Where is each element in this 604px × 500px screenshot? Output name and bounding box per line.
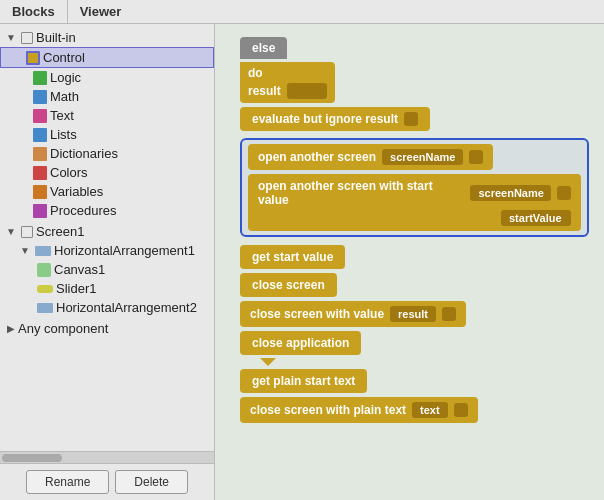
any-label: Any component [18,321,108,336]
ha2-label: HorizontalArrangement2 [56,300,197,315]
get-plain-start-label: get plain start text [252,374,355,388]
evaluate-block[interactable]: evaluate but ignore result [240,107,430,131]
tree-item-control[interactable]: Control [0,47,214,68]
app-header: Blocks Viewer [0,0,604,24]
open-screen-connector [469,150,483,164]
dictionaries-label: Dictionaries [50,146,118,161]
blocks-workspace: else do result evaluate but i [215,24,604,436]
variables-label: Variables [50,184,103,199]
close-screen-plain-connector [454,403,468,417]
toggle-any[interactable]: ▶ [4,322,18,336]
close-screen-block-row: close screen [240,273,589,297]
logic-label: Logic [50,70,81,85]
slider1-label: Slider1 [56,281,96,296]
panel-buttons: Rename Delete [0,463,214,500]
tree-item-ha1[interactable]: ▼ HorizontalArrangement1 [0,241,214,260]
open-screen-value-slot2: startValue [501,210,571,226]
open-screen-value-slot1: screenName [470,185,551,201]
tree-item-math[interactable]: Math [0,87,214,106]
close-screen-plain-block[interactable]: close screen with plain text text [240,397,478,423]
screen1-icon [21,226,33,238]
evaluate-slot [404,112,418,126]
get-start-block-row: get start value [240,245,589,269]
open-screen-block[interactable]: open another screen screenName [248,144,493,170]
close-screen-value-block[interactable]: close screen with value result [240,301,466,327]
procedures-icon [33,204,47,218]
dictionaries-icon [33,147,47,161]
viewer-panel: else do result evaluate but i [215,24,604,500]
result-slot [287,83,327,99]
get-plain-start-block[interactable]: get plain start text [240,369,367,393]
lists-icon [33,128,47,142]
tree-item-procedures[interactable]: Procedures [0,201,214,220]
do-block-row: do result [240,62,589,103]
tree-item-lists[interactable]: Lists [0,125,214,144]
tree-item-canvas1[interactable]: Canvas1 [0,260,214,279]
tree-item-builtin[interactable]: ▼ Built-in [0,28,214,47]
result-label: result [248,84,281,98]
toggle-screen1[interactable]: ▼ [4,225,18,239]
h-scrollbar[interactable] [0,451,214,463]
builtin-icon [21,32,33,44]
close-app-block[interactable]: close application [240,331,361,355]
get-start-label: get start value [252,250,333,264]
tree-item-colors[interactable]: Colors [0,163,214,182]
tree-area: ▼ Built-in Control Logic Math [0,24,214,451]
open-screen-value-connector [557,186,571,200]
open-screen-value-block[interactable]: open another screen with start value scr… [248,174,581,231]
tri-connector [260,358,589,366]
tree-item-screen1[interactable]: ▼ Screen1 [0,222,214,241]
builtin-label: Built-in [36,30,76,45]
close-screen-value-slot: result [390,306,436,322]
ha2-icon [37,303,53,313]
screen1-label: Screen1 [36,224,84,239]
viewer-panel-title: Viewer [68,0,134,23]
close-app-block-row: close application [240,331,589,355]
tree-item-dictionaries[interactable]: Dictionaries [0,144,214,163]
do-block[interactable]: do result [240,62,335,103]
tree-item-ha2[interactable]: HorizontalArrangement2 [0,298,214,317]
blocks-panel-title: Blocks [0,0,68,23]
evaluate-block-row: evaluate but ignore result [240,107,589,131]
get-start-block[interactable]: get start value [240,245,345,269]
tree-item-variables[interactable]: Variables [0,182,214,201]
rename-button[interactable]: Rename [26,470,109,494]
close-app-label: close application [252,336,349,350]
canvas1-label: Canvas1 [54,262,105,277]
text-icon [33,109,47,123]
slider1-icon [37,285,53,293]
variables-icon [33,185,47,199]
colors-label: Colors [50,165,88,180]
open-screen-value-block-row: open another screen with start value scr… [248,174,581,231]
control-icon [26,51,40,65]
close-screen-plain-block-row: close screen with plain text text [240,397,589,423]
text-label: Text [50,108,74,123]
math-icon [33,90,47,104]
close-screen-label: close screen [252,278,325,292]
main-layout: ▼ Built-in Control Logic Math [0,24,604,500]
highlighted-blocks-group: open another screen screenName open anot… [240,138,589,237]
do-label: do [248,66,263,80]
else-block[interactable]: else [240,37,287,59]
canvas1-icon [37,263,51,277]
math-label: Math [50,89,79,104]
evaluate-label: evaluate but ignore result [252,112,398,126]
tree-item-any[interactable]: ▶ Any component [0,319,214,338]
delete-button[interactable]: Delete [115,470,188,494]
tri-connector-svg [260,358,276,366]
toggle-builtin[interactable]: ▼ [4,31,18,45]
tree-item-logic[interactable]: Logic [0,68,214,87]
close-screen-plain-slot: text [412,402,448,418]
tree-item-text[interactable]: Text [0,106,214,125]
tree-item-slider1[interactable]: Slider1 [0,279,214,298]
open-screen-label: open another screen [258,150,376,164]
h-scroll-thumb[interactable] [2,454,62,462]
close-screen-block[interactable]: close screen [240,273,337,297]
open-screen-slot: screenName [382,149,463,165]
open-screen-value-label: open another screen with start value [258,179,464,207]
control-label: Control [43,50,85,65]
get-plain-start-block-row: get plain start text [240,369,589,393]
lists-label: Lists [50,127,77,142]
procedures-label: Procedures [50,203,116,218]
toggle-ha1[interactable]: ▼ [18,244,32,258]
